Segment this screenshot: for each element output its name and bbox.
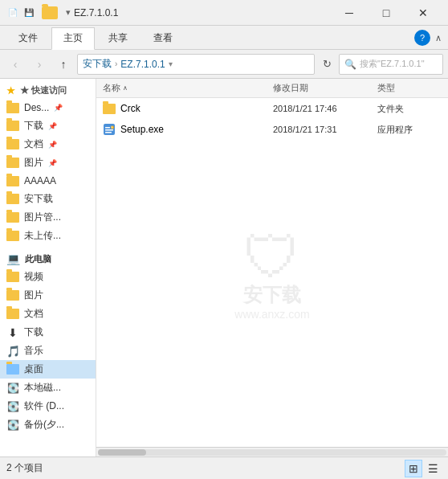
sidebar-item-aaaaa[interactable]: AAAAA (0, 172, 96, 190)
desktop-icon (6, 363, 19, 376)
sidebar-label: Des... (24, 102, 49, 113)
close-button[interactable]: ✕ (405, 0, 442, 26)
sidebar-label: 本地磁... (24, 381, 61, 395)
watermark-shield-icon: 🛡 (243, 224, 301, 290)
file-date-cell: 2018/1/21 17:31 (273, 125, 377, 134)
svg-rect-1 (105, 127, 110, 129)
folder-icon (6, 230, 19, 243)
sidebar-item-dl2[interactable]: ⬇ 下载 (0, 323, 96, 342)
sidebar-label: 文档 (24, 307, 43, 321)
forward-button[interactable]: › (29, 54, 50, 75)
sidebar-item-upload[interactable]: 未上传... (0, 227, 96, 245)
info-button[interactable]: ? (414, 30, 430, 46)
folder-icon (6, 120, 19, 133)
crumb-folder[interactable]: EZ.7.1.0.1 (120, 59, 165, 70)
download-folder-icon: ⬇ (6, 326, 19, 339)
sidebar-item-music[interactable]: 🎵 音乐 (0, 342, 96, 360)
dropdown-arrow[interactable]: ▾ (66, 7, 71, 18)
address-bar[interactable]: 安下载 › EZ.7.1.0.1 ▾ (77, 54, 315, 75)
table-row[interactable]: S Setup.exe 2018/1/21 17:31 应用程序 (96, 119, 448, 140)
file-area: 名称 ∧ 修改日期 类型 🛡 安下载 www.anxz.com Cr (96, 79, 448, 456)
watermark: 🛡 安下载 www.anxz.com (234, 224, 309, 321)
ribbon-expand[interactable]: ? ∧ (408, 27, 448, 49)
sidebar-item-anxz[interactable]: 安下载 (0, 190, 96, 208)
tab-file[interactable]: 文件 (6, 27, 50, 49)
folder-icon (6, 174, 19, 187)
sidebar-item-pics2[interactable]: 图片 (0, 286, 96, 305)
title-bar-icons: 📄 💾 ▾ (6, 6, 71, 19)
file-name-cell: Crck (103, 103, 273, 114)
tab-home[interactable]: 主页 (51, 27, 95, 50)
file-list: 🛡 安下载 www.anxz.com Crck 2018/1/21 17:46 … (96, 98, 448, 447)
sidebar-item-docs[interactable]: 文档 📌 (0, 135, 96, 154)
item-count: 2 个项目 (6, 461, 405, 475)
file-date-cell: 2018/1/21 17:46 (273, 104, 377, 113)
sidebar-label: 备份(夕... (24, 418, 64, 432)
crumb-downloads[interactable]: 安下载 (83, 57, 112, 71)
drive-icon: 💽 (6, 419, 19, 432)
folder-icon (6, 289, 19, 302)
sidebar-item-desktop[interactable]: Des... 📌 (0, 99, 96, 117)
list-view-button[interactable]: ☰ (424, 460, 442, 477)
drive-icon: 💽 (6, 400, 19, 413)
pin-icon: 📌 (48, 141, 57, 149)
drive-icon: 💽 (6, 382, 19, 395)
sidebar-label: 未上传... (24, 229, 61, 243)
sidebar-item-docs2[interactable]: 文档 (0, 305, 96, 323)
folder-icon (6, 271, 19, 284)
file-type-cell: 应用程序 (377, 124, 442, 136)
col-name-header[interactable]: 名称 ∧ (103, 82, 273, 94)
up-button[interactable]: ↑ (53, 54, 74, 75)
sidebar-item-pictures[interactable]: 图片 📌 (0, 154, 96, 172)
col-type-header[interactable]: 类型 (377, 82, 442, 94)
scroll-thumb[interactable] (98, 449, 146, 456)
main-area: ★ ★ 快速访问 Des... 📌 下载 📌 文档 📌 图片 📌 AAAAA (0, 79, 448, 456)
sidebar-label: AAAAA (24, 175, 56, 186)
sidebar-label: 桌面 (24, 362, 43, 376)
search-icon: 🔍 (344, 59, 356, 70)
sidebar: ★ ★ 快速访问 Des... 📌 下载 📌 文档 📌 图片 📌 AAAAA (0, 79, 96, 456)
back-button[interactable]: ‹ (5, 54, 26, 75)
sidebar-label: 软件 (D... (24, 399, 64, 413)
breadcrumb: 安下载 › EZ.7.1.0.1 ▾ (83, 57, 174, 71)
grid-view-button[interactable]: ⊞ (405, 460, 422, 477)
minimize-button[interactable]: ─ (331, 0, 368, 26)
title-bar: 📄 💾 ▾ EZ.7.1.0.1 ─ □ ✕ (0, 0, 448, 26)
horizontal-scrollbar[interactable] (96, 447, 448, 456)
sidebar-item-desktop2[interactable]: 桌面 (0, 360, 96, 379)
sidebar-item-drive-d[interactable]: 💽 软件 (D... (0, 397, 96, 416)
crumb-arrow[interactable]: ▾ (169, 59, 173, 68)
page-icon: 📄 (6, 6, 19, 19)
sidebar-item-localdisk[interactable]: 💽 本地磁... (0, 379, 96, 397)
col-date-header[interactable]: 修改日期 (273, 82, 377, 94)
expand-arrow[interactable]: ∧ (435, 33, 442, 43)
file-header: 名称 ∧ 修改日期 类型 (96, 79, 448, 98)
watermark-url: www.anxz.com (234, 308, 309, 321)
sidebar-item-downloads[interactable]: 下载 📌 (0, 117, 96, 135)
refresh-button[interactable]: ↻ (318, 55, 336, 73)
folder-icon (6, 138, 19, 151)
file-name-cell: S Setup.exe (103, 123, 273, 136)
folder-icon (6, 101, 19, 114)
sidebar-item-videos[interactable]: 视频 (0, 268, 96, 286)
search-box[interactable]: 🔍 搜索"EZ.7.1.0.1" (339, 54, 443, 75)
sidebar-item-picmgr[interactable]: 图片管... (0, 208, 96, 227)
toolbar: ‹ › ↑ 安下载 › EZ.7.1.0.1 ▾ ↻ 🔍 搜索"EZ.7.1.0… (0, 50, 448, 79)
file-type-cell: 文件夹 (377, 103, 442, 115)
folder-icon (6, 308, 19, 321)
maximize-button[interactable]: □ (368, 0, 405, 26)
sidebar-label: 图片管... (24, 211, 61, 224)
folder-icon (6, 193, 19, 206)
sidebar-item-backup[interactable]: 💽 备份(夕... (0, 416, 96, 434)
pin-icon: 📌 (48, 122, 57, 130)
this-pc-label[interactable]: 💻 此电脑 (0, 250, 96, 268)
svg-text:S: S (112, 126, 113, 129)
table-row[interactable]: Crck 2018/1/21 17:46 文件夹 (96, 98, 448, 119)
sidebar-label: 下载 (24, 119, 43, 133)
star-icon: ★ (6, 85, 15, 96)
tab-view[interactable]: 查看 (141, 27, 185, 49)
tab-share[interactable]: 共享 (96, 27, 140, 49)
search-placeholder: 搜索"EZ.7.1.0.1" (360, 58, 425, 70)
svg-rect-2 (105, 129, 113, 131)
folder-icon (6, 211, 19, 224)
